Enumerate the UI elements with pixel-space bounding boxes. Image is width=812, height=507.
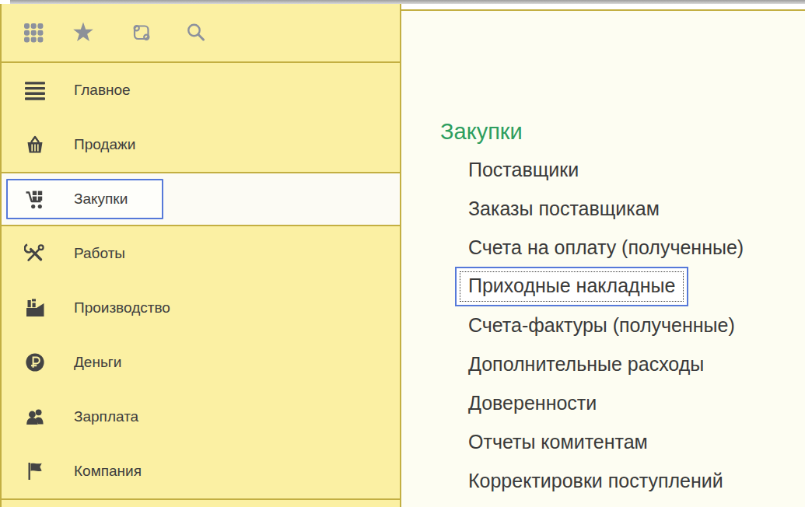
- focused-item-box: Приходные накладные: [455, 267, 688, 306]
- sidebar-item-sales[interactable]: Продажи: [0, 117, 400, 172]
- sidebar-menu: Главное Продажи: [0, 63, 400, 498]
- history-scroll-icon[interactable]: [130, 21, 153, 44]
- list-item-consignor-reports[interactable]: Отчеты комитентам: [468, 422, 805, 461]
- sidebar-bottom-strip: [0, 498, 400, 507]
- list-item-label: Дополнительные расходы: [468, 353, 704, 376]
- list-item-suppliers[interactable]: Поставщики: [468, 150, 805, 189]
- sidebar-item-label: Компания: [74, 463, 142, 480]
- sidebar-item-salary[interactable]: Зарплата: [0, 390, 400, 444]
- sidebar-item-label: Зарплата: [74, 408, 138, 425]
- window-right-strip: [805, 0, 812, 507]
- app-window: Главное Продажи: [0, 0, 812, 507]
- sidebar-item-label: Производство: [74, 299, 170, 316]
- sidebar-item-label: Главное: [74, 82, 131, 99]
- sidebar-toolbar: [0, 4, 400, 63]
- sidebar: Главное Продажи: [0, 4, 401, 507]
- sidebar-item-works[interactable]: Работы: [0, 226, 400, 281]
- list-item-vat-invoices-received[interactable]: Счета-фактуры (полученные): [468, 306, 805, 344]
- sidebar-item-production[interactable]: Производство: [0, 281, 400, 335]
- list-item-label: Счета на оплату (полученные): [468, 236, 744, 259]
- list-item-supplier-orders[interactable]: Заказы поставщикам: [468, 189, 805, 228]
- content-panel: Закупки Поставщики Заказы поставщикам Сч…: [401, 4, 805, 507]
- people-icon: [24, 406, 46, 428]
- flag-icon: [24, 460, 46, 482]
- favorites-star-icon[interactable]: [72, 21, 95, 44]
- selected-item-box: Закупки: [6, 179, 163, 219]
- command-list: Поставщики Заказы поставщикам Счета на о…: [401, 150, 805, 500]
- list-item-label: Корректировки поступлений: [468, 470, 723, 492]
- list-item-receipt-corrections[interactable]: Корректировки поступлений: [468, 461, 805, 500]
- list-item-invoices-received[interactable]: Счета на оплату (полученные): [468, 228, 805, 267]
- window-top-strip: [10, 0, 805, 4]
- list-item-incoming-waybills[interactable]: Приходные накладные: [468, 267, 805, 306]
- sidebar-item-main[interactable]: Главное: [0, 63, 400, 117]
- sidebar-item-label: Работы: [74, 245, 125, 262]
- list-item-label: Заказы поставщикам: [468, 198, 660, 220]
- sidebar-item-money[interactable]: Деньги: [0, 335, 400, 390]
- apps-grid-icon[interactable]: [22, 21, 45, 44]
- list-item-additional-expenses[interactable]: Дополнительные расходы: [468, 344, 805, 383]
- sidebar-item-label: Продажи: [74, 136, 135, 153]
- list-item-label: Поставщики: [468, 159, 579, 181]
- sidebar-item-company[interactable]: Компания: [0, 444, 400, 498]
- content-top-strip: [401, 4, 805, 9]
- factory-icon: [24, 297, 46, 319]
- search-icon[interactable]: [184, 21, 208, 44]
- cart-icon: [24, 188, 46, 210]
- sidebar-left-border: [0, 4, 2, 507]
- basket-icon: [24, 134, 46, 156]
- section-title: Закупки: [401, 11, 805, 145]
- list-item-label: Приходные накладные: [460, 271, 684, 302]
- ruble-icon: [24, 351, 46, 373]
- list-item-label: Счета-фактуры (полученные): [468, 314, 735, 337]
- tools-icon: [24, 243, 46, 264]
- sidebar-item-label: Деньги: [74, 354, 121, 371]
- sidebar-item-label: Закупки: [74, 191, 128, 208]
- list-item-label: Доверенности: [468, 392, 597, 414]
- sidebar-item-purchases[interactable]: Закупки: [0, 172, 400, 226]
- list-item-label: Отчеты комитентам: [468, 431, 648, 453]
- menu-lines-icon: [24, 79, 46, 101]
- content-body: Закупки Поставщики Заказы поставщикам Сч…: [401, 11, 805, 507]
- list-item-powers-of-attorney[interactable]: Доверенности: [468, 383, 805, 422]
